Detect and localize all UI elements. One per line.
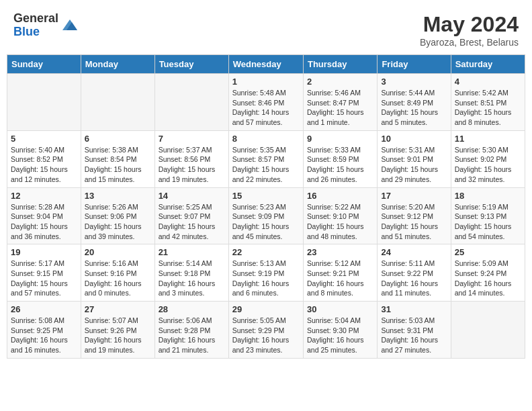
calendar-cell: 12Sunrise: 5:28 AMSunset: 9:04 PMDayligh…	[7, 187, 81, 244]
day-info: Sunrise: 5:28 AMSunset: 9:04 PMDaylight:…	[11, 202, 77, 242]
day-number: 4	[455, 77, 521, 87]
calendar-cell: 9Sunrise: 5:33 AMSunset: 8:59 PMDaylight…	[303, 130, 377, 187]
logo: General Blue	[13, 12, 80, 39]
calendar-cell: 30Sunrise: 5:04 AMSunset: 9:30 PMDayligh…	[303, 302, 377, 359]
day-info: Sunrise: 5:06 AMSunset: 9:28 PMDaylight:…	[159, 316, 225, 355]
day-info: Sunrise: 5:22 AMSunset: 9:10 PMDaylight:…	[307, 202, 373, 242]
calendar-cell: 5Sunrise: 5:40 AMSunset: 8:52 PMDaylight…	[7, 130, 81, 187]
calendar-cell: 3Sunrise: 5:44 AMSunset: 8:49 PMDaylight…	[378, 74, 451, 131]
day-info: Sunrise: 5:13 AMSunset: 9:19 PMDaylight:…	[232, 259, 300, 298]
day-number: 20	[85, 247, 151, 257]
day-info: Sunrise: 5:09 AMSunset: 9:24 PMDaylight:…	[455, 259, 521, 298]
day-number: 11	[455, 134, 521, 144]
day-info: Sunrise: 5:37 AMSunset: 8:56 PMDaylight:…	[159, 145, 225, 185]
calendar-cell: 1Sunrise: 5:48 AMSunset: 8:46 PMDaylight…	[228, 74, 303, 131]
day-info: Sunrise: 5:04 AMSunset: 9:30 PMDaylight:…	[307, 316, 373, 355]
calendar-cell: 13Sunrise: 5:26 AMSunset: 9:06 PMDayligh…	[81, 187, 154, 244]
calendar-cell: 23Sunrise: 5:12 AMSunset: 9:21 PMDayligh…	[303, 244, 377, 302]
day-number: 2	[307, 77, 373, 87]
calendar-cell: 26Sunrise: 5:08 AMSunset: 9:25 PMDayligh…	[7, 302, 81, 359]
calendar-week-row: 12Sunrise: 5:28 AMSunset: 9:04 PMDayligh…	[7, 187, 525, 244]
calendar-cell	[81, 74, 154, 131]
day-number: 9	[307, 134, 373, 144]
day-info: Sunrise: 5:33 AMSunset: 8:59 PMDaylight:…	[307, 145, 373, 185]
calendar-cell: 31Sunrise: 5:03 AMSunset: 9:31 PMDayligh…	[378, 302, 451, 359]
calendar-cell	[154, 74, 228, 131]
calendar-cell: 17Sunrise: 5:20 AMSunset: 9:12 PMDayligh…	[378, 187, 451, 244]
day-info: Sunrise: 5:31 AMSunset: 9:01 PMDaylight:…	[381, 145, 447, 185]
calendar-week-row: 26Sunrise: 5:08 AMSunset: 9:25 PMDayligh…	[7, 302, 525, 359]
day-number: 15	[232, 191, 300, 201]
day-number: 26	[11, 304, 77, 314]
day-info: Sunrise: 5:14 AMSunset: 9:18 PMDaylight:…	[159, 259, 225, 298]
day-number: 5	[11, 134, 77, 144]
day-info: Sunrise: 5:42 AMSunset: 8:51 PMDaylight:…	[455, 88, 521, 128]
calendar-cell: 10Sunrise: 5:31 AMSunset: 9:01 PMDayligh…	[378, 130, 451, 187]
weekday-header: Friday	[378, 55, 451, 74]
day-info: Sunrise: 5:17 AMSunset: 9:15 PMDaylight:…	[11, 259, 77, 298]
weekday-header: Monday	[81, 55, 154, 74]
day-number: 29	[232, 304, 300, 314]
day-info: Sunrise: 5:35 AMSunset: 8:57 PMDaylight:…	[232, 145, 300, 185]
day-info: Sunrise: 5:11 AMSunset: 9:22 PMDaylight:…	[381, 259, 447, 298]
title-block: May 2024 Byaroza, Brest, Belarus	[420, 12, 519, 48]
day-number: 28	[159, 304, 225, 314]
day-number: 3	[381, 77, 447, 87]
day-info: Sunrise: 5:40 AMSunset: 8:52 PMDaylight:…	[11, 145, 77, 185]
weekday-header: Sunday	[7, 55, 81, 74]
location-subtitle: Byaroza, Brest, Belarus	[420, 37, 519, 48]
calendar-cell: 20Sunrise: 5:16 AMSunset: 9:16 PMDayligh…	[81, 244, 154, 302]
calendar-cell: 2Sunrise: 5:46 AMSunset: 8:47 PMDaylight…	[303, 74, 377, 131]
calendar-cell	[451, 302, 525, 359]
day-info: Sunrise: 5:25 AMSunset: 9:07 PMDaylight:…	[159, 202, 225, 242]
day-number: 6	[85, 134, 151, 144]
calendar-week-row: 19Sunrise: 5:17 AMSunset: 9:15 PMDayligh…	[7, 244, 525, 302]
day-number: 8	[232, 134, 300, 144]
calendar-cell: 6Sunrise: 5:38 AMSunset: 8:54 PMDaylight…	[81, 130, 154, 187]
calendar-cell: 22Sunrise: 5:13 AMSunset: 9:19 PMDayligh…	[228, 244, 303, 302]
calendar-cell: 24Sunrise: 5:11 AMSunset: 9:22 PMDayligh…	[378, 244, 451, 302]
calendar-cell: 19Sunrise: 5:17 AMSunset: 9:15 PMDayligh…	[7, 244, 81, 302]
weekday-header: Thursday	[303, 55, 377, 74]
calendar-week-row: 1Sunrise: 5:48 AMSunset: 8:46 PMDaylight…	[7, 74, 525, 131]
day-info: Sunrise: 5:03 AMSunset: 9:31 PMDaylight:…	[381, 316, 447, 355]
weekday-header: Tuesday	[154, 55, 228, 74]
day-number: 24	[381, 247, 447, 257]
day-info: Sunrise: 5:26 AMSunset: 9:06 PMDaylight:…	[85, 202, 151, 242]
weekday-header: Saturday	[451, 55, 525, 74]
day-info: Sunrise: 5:16 AMSunset: 9:16 PMDaylight:…	[85, 259, 151, 298]
calendar-cell: 28Sunrise: 5:06 AMSunset: 9:28 PMDayligh…	[154, 302, 228, 359]
logo-general: General	[13, 11, 58, 25]
day-number: 31	[381, 304, 447, 314]
logo-blue: Blue	[13, 25, 40, 38]
calendar-cell: 21Sunrise: 5:14 AMSunset: 9:18 PMDayligh…	[154, 244, 228, 302]
day-number: 17	[381, 191, 447, 201]
day-number: 1	[232, 77, 300, 87]
page-header: General Blue May 2024 Byaroza, Brest, Be…	[7, 7, 525, 50]
calendar-cell: 18Sunrise: 5:19 AMSunset: 9:13 PMDayligh…	[451, 187, 525, 244]
day-number: 22	[232, 247, 300, 257]
day-number: 10	[381, 134, 447, 144]
day-info: Sunrise: 5:08 AMSunset: 9:25 PMDaylight:…	[11, 316, 77, 355]
calendar-cell: 8Sunrise: 5:35 AMSunset: 8:57 PMDaylight…	[228, 130, 303, 187]
day-number: 12	[11, 191, 77, 201]
day-number: 19	[11, 247, 77, 257]
calendar-cell: 4Sunrise: 5:42 AMSunset: 8:51 PMDaylight…	[451, 74, 525, 131]
day-info: Sunrise: 5:05 AMSunset: 9:29 PMDaylight:…	[232, 316, 300, 355]
day-number: 21	[159, 247, 225, 257]
calendar-cell: 14Sunrise: 5:25 AMSunset: 9:07 PMDayligh…	[154, 187, 228, 244]
day-info: Sunrise: 5:07 AMSunset: 9:26 PMDaylight:…	[85, 316, 151, 355]
day-number: 27	[85, 304, 151, 314]
day-info: Sunrise: 5:19 AMSunset: 9:13 PMDaylight:…	[455, 202, 521, 242]
weekday-header: Wednesday	[228, 55, 303, 74]
day-info: Sunrise: 5:44 AMSunset: 8:49 PMDaylight:…	[381, 88, 447, 128]
day-number: 25	[455, 247, 521, 257]
calendar-cell: 11Sunrise: 5:30 AMSunset: 9:02 PMDayligh…	[451, 130, 525, 187]
day-number: 7	[159, 134, 225, 144]
day-number: 13	[85, 191, 151, 201]
day-number: 16	[307, 191, 373, 201]
calendar-cell: 15Sunrise: 5:23 AMSunset: 9:09 PMDayligh…	[228, 187, 303, 244]
calendar-week-row: 5Sunrise: 5:40 AMSunset: 8:52 PMDaylight…	[7, 130, 525, 187]
day-info: Sunrise: 5:48 AMSunset: 8:46 PMDaylight:…	[232, 88, 300, 128]
logo-icon	[60, 15, 80, 36]
